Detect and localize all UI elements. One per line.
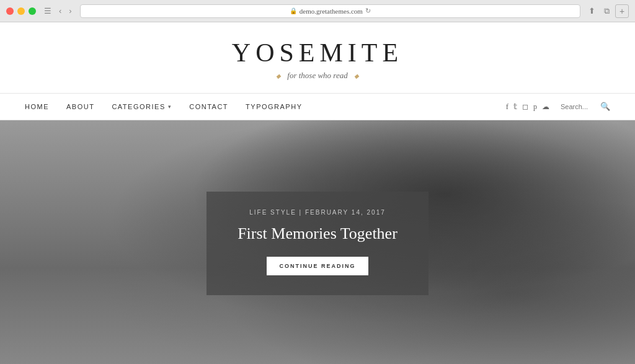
chevron-down-icon: ▾ [168, 104, 172, 110]
new-tab-button[interactable]: + [615, 4, 629, 18]
hero-category-label: LIFE STYLE [249, 209, 296, 216]
fullscreen-button[interactable] [29, 7, 36, 15]
hero-title: First Memories Together [238, 223, 397, 244]
site-tagline: ◆ for those who read ◆ [0, 71, 635, 81]
search-icon[interactable]: 🔍 [600, 102, 610, 112]
url-text: demo.gretathemes.com [300, 7, 363, 15]
browser-actions: ⬆ ⧉ + [585, 4, 629, 18]
tagline-text: for those who read [287, 71, 347, 81]
hero-section: LIFE STYLE | February 14, 2017 First Mem… [0, 120, 635, 364]
nav-item-contact[interactable]: CONTACT [189, 103, 228, 110]
pinterest-icon[interactable]: p [533, 102, 537, 112]
hero-category: LIFE STYLE | February 14, 2017 [238, 209, 397, 216]
reload-icon[interactable]: ↻ [365, 7, 371, 15]
site-title: YOSEMITE [0, 40, 635, 66]
share-button[interactable]: ⬆ [585, 4, 598, 18]
nav-item-about[interactable]: ABOUT [66, 103, 94, 110]
nav-item-typography[interactable]: TYPOGRAPHY [246, 103, 302, 110]
hero-separator: | [300, 209, 303, 216]
lock-icon: 🔒 [290, 7, 297, 14]
traffic-lights [6, 7, 36, 15]
back-button[interactable]: ‹ [56, 5, 64, 17]
browser-nav-buttons: ☰ ‹ › [41, 5, 75, 17]
hero-content-box: LIFE STYLE | February 14, 2017 First Mem… [206, 192, 429, 295]
nav-item-home[interactable]: HOME [25, 103, 49, 110]
search-input[interactable] [561, 103, 598, 110]
site-header: YOSEMITE ◆ for those who read ◆ [0, 22, 635, 93]
nav-categories-label: CATEGORIES [112, 103, 165, 110]
continue-reading-button[interactable]: CONTINUE READING [267, 257, 368, 275]
forward-button[interactable]: › [66, 5, 74, 17]
hero-date: February 14, 2017 [305, 209, 386, 216]
nav-item-categories[interactable]: CATEGORIES ▾ [112, 103, 172, 110]
tabs-button[interactable]: ⧉ [601, 4, 613, 18]
site-navigation: HOME ABOUT CATEGORIES ▾ CONTACT TYPOGRAP… [0, 93, 635, 120]
sidebar-button[interactable]: ☰ [41, 5, 55, 17]
search-area: 🔍 [561, 102, 610, 112]
nav-right: f 𝕥 ◻ p ☁ 🔍 [506, 102, 610, 112]
address-bar[interactable]: 🔒 demo.gretathemes.com ↻ [80, 4, 580, 18]
nav-left: HOME ABOUT CATEGORIES ▾ CONTACT TYPOGRAP… [25, 103, 302, 110]
close-button[interactable] [6, 7, 14, 15]
instagram-icon[interactable]: ◻ [522, 102, 528, 112]
browser-chrome: ☰ ‹ › 🔒 demo.gretathemes.com ↻ ⬆ ⧉ + [0, 0, 635, 22]
social-icons: f 𝕥 ◻ p ☁ [506, 102, 549, 112]
diamond-right: ◆ [354, 73, 359, 79]
website-content: YOSEMITE ◆ for those who read ◆ HOME ABO… [0, 22, 635, 364]
twitter-icon[interactable]: 𝕥 [513, 102, 517, 112]
soundcloud-icon[interactable]: ☁ [542, 102, 549, 112]
diamond-left: ◆ [276, 73, 281, 79]
facebook-icon[interactable]: f [506, 102, 508, 112]
minimize-button[interactable] [17, 7, 25, 15]
